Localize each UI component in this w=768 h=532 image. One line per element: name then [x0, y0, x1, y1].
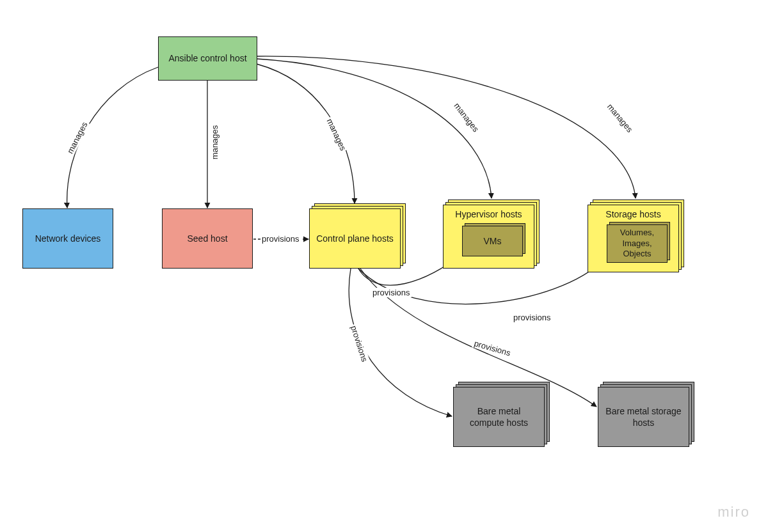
node-seed-host: Seed host: [162, 208, 253, 269]
node-label: Control plane hosts: [316, 233, 394, 244]
label-manages-storage: manages: [605, 101, 636, 136]
edge-ansible-storage: [257, 56, 636, 198]
label-provisions-seed-control: provisions: [260, 234, 301, 244]
label-provisions-bm-compute: provisions: [348, 323, 370, 364]
label-manages-network: manages: [65, 119, 90, 156]
label-provisions-volumes: provisions: [512, 313, 552, 322]
node-network-devices: Network devices: [22, 208, 113, 269]
node-label: Volumes, Images, Objects: [612, 228, 662, 260]
node-label: Storage hosts: [588, 209, 678, 219]
node-vms: VMs: [462, 226, 523, 256]
label-provisions-bm-storage: provisions: [472, 338, 513, 359]
node-label: Seed host: [187, 233, 227, 244]
node-label: Hypervisor hosts: [444, 209, 534, 219]
node-label: Ansible control host: [168, 52, 246, 64]
node-control-plane-hosts: Control plane hosts: [309, 208, 401, 269]
node-label: Bare metal compute hosts: [459, 405, 539, 428]
node-volumes: Volumes, Images, Objects: [607, 224, 668, 263]
branding-logo: miro: [717, 504, 750, 520]
label-manages-seed: manages: [210, 124, 220, 160]
node-label: VMs: [484, 235, 502, 247]
edge-ansible-hypervisor: [257, 59, 492, 198]
node-bare-metal-compute-hosts: Bare metal compute hosts: [453, 387, 545, 447]
node-label: Bare metal storage hosts: [604, 405, 684, 428]
label-provisions-vms: provisions: [371, 288, 412, 297]
label-manages-hypervisor: manages: [451, 100, 481, 135]
node-bare-metal-storage-hosts: Bare metal storage hosts: [598, 387, 689, 447]
label-manages-control: manages: [324, 116, 349, 153]
node-label: Network devices: [35, 233, 101, 244]
diagram-canvas: manages manages manages manages manages …: [0, 0, 768, 532]
node-ansible-control-host: Ansible control host: [158, 36, 257, 81]
